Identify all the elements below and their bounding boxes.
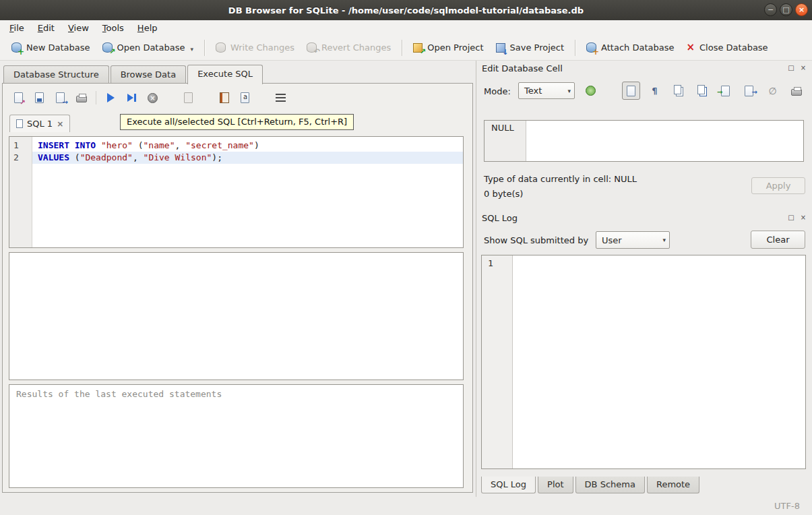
dock-float-icon[interactable]: □ (786, 63, 796, 73)
attach-database-label: Attach Database (601, 42, 674, 53)
results-grid[interactable] (9, 252, 464, 380)
import-cell-button[interactable] (716, 82, 735, 100)
sql-file-icon (16, 119, 23, 128)
toolbar-separator (96, 91, 96, 104)
encoding-indicator: UTF-8 (774, 501, 800, 511)
cell-editor-text[interactable] (526, 121, 803, 161)
cell-null-value: NULL (485, 121, 526, 161)
clear-log-button[interactable]: Clear (751, 231, 805, 249)
write-changes-button: Write Changes (210, 38, 301, 57)
new-database-icon (11, 42, 22, 53)
save-project-button[interactable]: Save Project (490, 38, 571, 57)
copy-cell-button[interactable] (669, 82, 687, 100)
open-project-icon (413, 43, 423, 53)
main-tabbar: Database Structure Browse Data Execute S… (3, 65, 264, 84)
sql-log-dock-buttons: □ × (786, 213, 808, 222)
edit-cell-title: Edit Database Cell (482, 63, 563, 73)
close-database-icon: × (686, 42, 695, 53)
stop-execution-button[interactable]: × (144, 89, 162, 107)
tab-execute-sql[interactable]: Execute SQL (187, 65, 263, 84)
find-replace-button[interactable] (236, 89, 254, 107)
results-placeholder: Results of the last executed statements (16, 389, 222, 399)
format-sql-icon (276, 94, 286, 102)
sql-code-area[interactable]: INSERT INTO "hero" ("name", "secret_name… (32, 137, 463, 247)
statusbar: UTF-8 (0, 497, 812, 515)
write-changes-label: Write Changes (230, 42, 294, 53)
mode-label: Mode: (484, 86, 511, 96)
mode-combo[interactable]: Text ▾ (518, 82, 575, 99)
line-number-gutter: 12 (9, 137, 32, 247)
print-sql-button[interactable] (72, 89, 90, 107)
open-database-dropdown-icon[interactable]: ▾ (190, 46, 193, 53)
cell-editor[interactable]: NULL (484, 120, 804, 162)
close-database-label: Close Database (699, 42, 768, 53)
maximize-icon[interactable]: □ (780, 3, 792, 16)
execute-line-button[interactable] (123, 89, 141, 107)
dock-tabbar: SQL Log Plot DB Schema Remote (481, 477, 701, 493)
save-sql-as-icon (56, 92, 65, 103)
dock-tab-remote[interactable]: Remote (647, 477, 699, 493)
sql-log-title: SQL Log (482, 213, 518, 223)
paste-cell-button[interactable] (693, 82, 711, 100)
format-sql-button[interactable] (272, 89, 290, 107)
save-project-icon (496, 43, 505, 53)
menu-file[interactable]: File (3, 21, 31, 35)
text-mode-button[interactable] (622, 82, 640, 100)
close-icon[interactable]: × (795, 3, 808, 16)
open-project-label: Open Project (427, 42, 483, 53)
dock-close-icon[interactable]: × (799, 63, 808, 73)
execute-all-button[interactable] (102, 89, 120, 107)
cell-type-info: Type of data currently in cell: NULL (484, 174, 637, 184)
open-database-button[interactable]: Open Database ▾ (96, 38, 199, 57)
print-cell-button[interactable] (787, 82, 805, 100)
sql-editor-tab[interactable]: SQL 1 × (9, 115, 70, 132)
find-icon (220, 92, 229, 103)
new-database-label: New Database (26, 42, 90, 53)
dock-float-icon[interactable]: □ (786, 213, 796, 222)
find-replace-icon (241, 92, 249, 103)
paste-icon (697, 85, 705, 94)
sql-tab-close-icon[interactable]: × (57, 119, 63, 129)
stop-icon: × (148, 93, 158, 103)
revert-changes-icon (307, 42, 317, 53)
open-project-button[interactable]: Open Project (407, 38, 489, 57)
tab-browse-data[interactable]: Browse Data (111, 65, 187, 84)
tab-database-structure[interactable]: Database Structure (3, 65, 109, 84)
dock-tab-plot[interactable]: Plot (538, 477, 573, 493)
save-project-label: Save Project (510, 42, 565, 53)
word-wrap-button[interactable]: ¶ (646, 82, 664, 100)
export-icon (745, 86, 753, 96)
sql-log-area[interactable]: 1 (481, 255, 806, 469)
dock-tab-db-schema[interactable]: DB Schema (575, 477, 645, 493)
sql-editor[interactable]: 12 INSERT INTO "hero" ("name", "secret_n… (9, 136, 464, 248)
results-message-pane: Results of the last executed statements (9, 384, 464, 488)
close-database-button[interactable]: × Close Database (680, 38, 774, 57)
titlebar: DB Browser for SQLite - /home/user/code/… (0, 0, 812, 20)
minimize-icon[interactable]: − (764, 3, 777, 16)
auto-switch-mode-button[interactable] (582, 82, 600, 100)
paragraph-icon: ¶ (652, 86, 657, 96)
menu-edit[interactable]: Edit (31, 21, 61, 35)
window-title: DB Browser for SQLite - /home/user/code/… (228, 5, 584, 16)
new-database-button[interactable]: New Database (5, 38, 96, 57)
export-cell-button[interactable] (740, 82, 758, 100)
log-filter-combo[interactable]: User ▾ (596, 231, 670, 249)
write-changes-icon (216, 42, 226, 53)
menu-view[interactable]: View (61, 21, 96, 35)
edit-cell-dock-buttons: □ × (786, 63, 808, 73)
menu-help[interactable]: Help (131, 21, 164, 35)
app-window: DB Browser for SQLite - /home/user/code/… (0, 0, 812, 515)
save-sql-file-icon (35, 92, 44, 103)
dock-close-icon[interactable]: × (799, 213, 808, 222)
set-null-button[interactable]: ∅ (763, 82, 782, 100)
log-line-number: 1 (482, 255, 513, 468)
save-sql-file-button[interactable] (30, 89, 49, 107)
attach-database-button[interactable]: Attach Database (580, 38, 680, 57)
execute-line-icon (127, 94, 133, 102)
open-sql-file-button[interactable] (9, 89, 28, 107)
menu-tools[interactable]: Tools (96, 21, 131, 35)
find-button[interactable] (215, 89, 233, 107)
auto-switch-mode-icon (586, 86, 596, 96)
save-sql-as-button[interactable] (51, 89, 69, 107)
dock-tab-sql-log[interactable]: SQL Log (481, 477, 536, 493)
